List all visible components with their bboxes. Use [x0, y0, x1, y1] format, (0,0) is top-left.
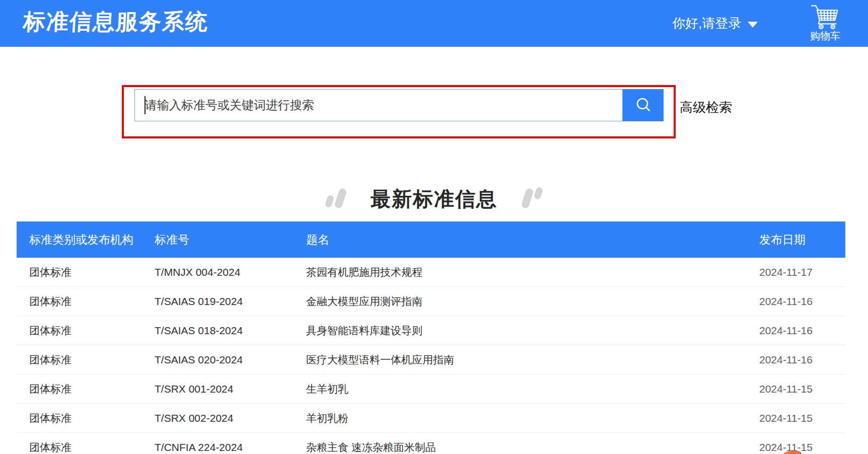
cell-category: 团体标准 — [29, 440, 71, 454]
table-row[interactable]: 团体标准 T/SRX 001-2024 生羊初乳 2024-11-15 — [17, 374, 845, 404]
latest-standards-table: 标准类别或发布机构 标准号 题名 发布日期 团体标准 T/MNJX 004-20… — [17, 221, 845, 454]
section-header: 最新标准信息 — [0, 186, 868, 211]
cell-number: T/SRX 001-2024 — [155, 383, 233, 395]
table-row[interactable]: 团体标准 T/SAIAS 018-2024 具身智能语料库建设导则 2024-1… — [17, 316, 845, 345]
search-input[interactable] — [134, 89, 623, 121]
cell-title[interactable]: 金融大模型应用测评指南 — [306, 294, 422, 309]
cart-label: 购物车 — [804, 29, 847, 43]
section-title: 最新标准信息 — [371, 186, 497, 211]
cell-category: 团体标准 — [29, 353, 71, 367]
table-row[interactable]: 团体标准 T/SAIAS 019-2024 金融大模型应用测评指南 2024-1… — [17, 287, 845, 316]
cell-number: T/SAIAS 020-2024 — [155, 354, 243, 366]
cell-title[interactable]: 具身智能语料库建设导则 — [306, 324, 422, 338]
table-row[interactable]: 团体标准 T/SAIAS 020-2024 医疗大模型语料一体机应用指南 202… — [17, 345, 845, 374]
column-header-number: 标准号 — [155, 232, 189, 248]
cell-category: 团体标准 — [29, 294, 71, 309]
search-icon — [634, 96, 653, 114]
left-slashes-decoration-icon — [326, 186, 344, 211]
cell-date: 2024-11-15 — [759, 383, 813, 395]
site-logo: 标准信息服务系统 — [22, 7, 209, 37]
cell-number: T/MNJX 004-2024 — [155, 266, 240, 278]
column-header-date: 发布日期 — [759, 232, 806, 248]
table-row[interactable]: 团体标准 T/CNFIA 224-2024 杂粮主食 速冻杂粮面米制品 2024… — [17, 433, 845, 454]
right-slashes-decoration-icon — [524, 186, 542, 211]
cell-title[interactable]: 生羊初乳 — [306, 382, 348, 396]
cell-category: 团体标准 — [29, 324, 71, 338]
cell-number: T/SAIAS 019-2024 — [155, 295, 243, 308]
cart-button[interactable]: 购物车 — [804, 1, 847, 43]
column-header-category: 标准类别或发布机构 — [29, 232, 133, 248]
cell-title[interactable]: 茶园有机肥施用技术规程 — [306, 265, 422, 279]
standards-service-page: { "header": { "logo": "标准信息服务系统", "login… — [0, 0, 868, 454]
cell-category: 团体标准 — [29, 382, 71, 396]
cell-date: 2024-11-15 — [759, 412, 813, 424]
table-row[interactable]: 团体标准 T/SRX 002-2024 羊初乳粉 2024-11-15 — [17, 404, 845, 433]
cart-icon — [810, 3, 841, 30]
cell-title[interactable]: 杂粮主食 速冻杂粮面米制品 — [306, 440, 436, 454]
cell-number: T/CNFIA 224-2024 — [155, 441, 243, 453]
cell-date: 2024-11-16 — [759, 325, 813, 337]
table-header-row: 标准类别或发布机构 标准号 题名 发布日期 — [17, 221, 845, 258]
cell-number: T/SAIAS 018-2024 — [155, 325, 243, 337]
cell-date: 2024-11-16 — [759, 295, 813, 308]
cell-title[interactable]: 羊初乳粉 — [306, 411, 348, 425]
cell-number: T/SRX 002-2024 — [155, 412, 233, 424]
cell-category: 团体标准 — [29, 265, 71, 279]
table-row[interactable]: 团体标准 T/MNJX 004-2024 茶园有机肥施用技术规程 2024-11… — [17, 258, 845, 287]
column-header-title: 题名 — [306, 232, 329, 248]
cell-date: 2024-11-16 — [759, 354, 813, 366]
cell-date: 2024-11-17 — [759, 266, 813, 278]
caret-down-icon — [748, 22, 758, 28]
advanced-search-link[interactable]: 高级检索 — [680, 99, 732, 116]
cell-category: 团体标准 — [29, 411, 71, 425]
login-menu[interactable]: 你好,请登录 — [672, 0, 758, 47]
search-button[interactable] — [623, 89, 664, 121]
top-header-bar: 标准信息服务系统 你好,请登录 购物车 — [0, 0, 868, 47]
text-caret — [144, 96, 146, 114]
login-label: 你好,请登录 — [672, 15, 741, 32]
cell-title[interactable]: 医疗大模型语料一体机应用指南 — [306, 353, 454, 367]
